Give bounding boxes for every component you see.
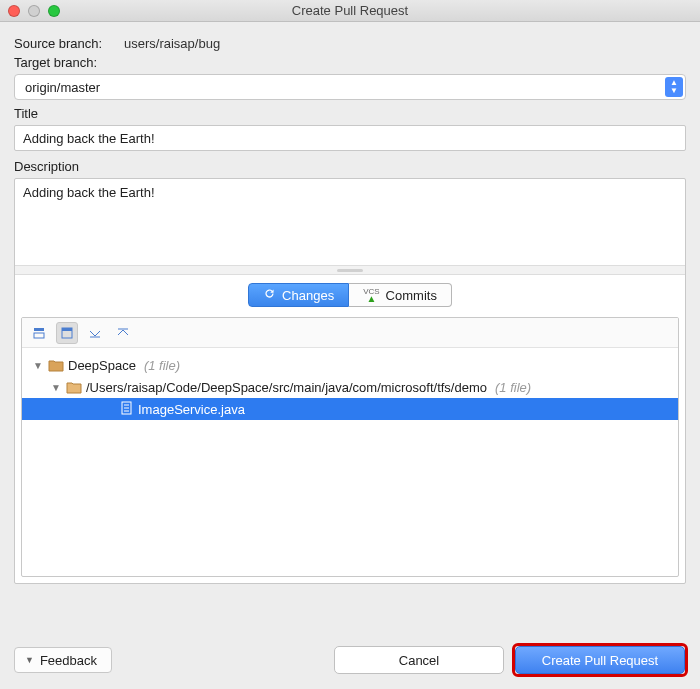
changes-toolbar (22, 318, 678, 348)
source-branch-value: users/raisap/bug (124, 36, 220, 51)
refresh-icon (263, 287, 276, 303)
description-value: Adding back the Earth! (23, 185, 155, 200)
title-label: Title (14, 106, 38, 121)
expand-all-icon[interactable] (84, 322, 106, 344)
description-input[interactable]: Adding back the Earth! (15, 179, 685, 265)
changes-panel: Changes VCS ▲ Commits (15, 275, 685, 583)
folder-icon (48, 359, 64, 372)
target-branch-label-row: Target branch: (14, 55, 686, 70)
feedback-label: Feedback (40, 653, 97, 668)
create-pull-request-button[interactable]: Create Pull Request (515, 646, 685, 674)
tree-path[interactable]: ▼ /Users/raisap/Code/DeepSpace/src/main/… (28, 376, 672, 398)
tree-root-count: (1 file) (144, 358, 180, 373)
chevron-down-icon: ▼ (50, 382, 62, 393)
arrow-up-icon: ▲ (366, 295, 376, 303)
collapse-all-icon[interactable] (112, 322, 134, 344)
footer: ▼ Feedback Cancel Create Pull Request (0, 633, 700, 689)
changes-box: ▼ DeepSpace (1 file) ▼ /Users/raisap/Cod… (21, 317, 679, 577)
tree-file-selected[interactable]: ImageService.java (22, 398, 678, 420)
title-input[interactable]: Adding back the Earth! (14, 125, 686, 151)
folder-icon (66, 381, 82, 394)
tab-commits[interactable]: VCS ▲ Commits (349, 283, 452, 307)
cancel-button[interactable]: Cancel (334, 646, 504, 674)
tab-commits-label: Commits (386, 288, 437, 303)
changes-commits-tabs: Changes VCS ▲ Commits (21, 283, 679, 307)
tree-path-label: /Users/raisap/Code/DeepSpace/src/main/ja… (86, 380, 487, 395)
svg-rect-0 (34, 328, 44, 331)
description-area: Adding back the Earth! Changes VCS ▲ Com… (14, 178, 686, 584)
flatten-icon[interactable] (56, 322, 78, 344)
tree-path-count: (1 file) (495, 380, 531, 395)
chevron-down-icon: ▼ (25, 655, 34, 665)
cancel-label: Cancel (399, 653, 439, 668)
group-by-icon[interactable] (28, 322, 50, 344)
svg-rect-3 (62, 328, 72, 331)
feedback-button[interactable]: ▼ Feedback (14, 647, 112, 673)
changes-tree[interactable]: ▼ DeepSpace (1 file) ▼ /Users/raisap/Cod… (22, 348, 678, 426)
svg-rect-1 (34, 333, 44, 338)
title-label-row: Title (14, 106, 686, 121)
source-branch-label: Source branch: (14, 36, 124, 51)
title-input-value: Adding back the Earth! (23, 131, 155, 146)
titlebar: Create Pull Request (0, 0, 700, 22)
window-title: Create Pull Request (0, 3, 700, 18)
description-label: Description (14, 159, 79, 174)
chevron-down-icon: ▼ (32, 360, 44, 371)
target-branch-label: Target branch: (14, 55, 97, 70)
tab-changes[interactable]: Changes (248, 283, 349, 307)
description-label-row: Description (14, 159, 686, 174)
chevron-updown-icon: ▲▼ (665, 77, 683, 97)
splitter-handle[interactable] (15, 265, 685, 275)
create-pr-label: Create Pull Request (542, 653, 658, 668)
target-branch-select[interactable]: origin/master ▲▼ (14, 74, 686, 100)
create-pr-highlight: Create Pull Request (514, 645, 686, 675)
tree-root[interactable]: ▼ DeepSpace (1 file) (28, 354, 672, 376)
tab-changes-label: Changes (282, 288, 334, 303)
source-branch-row: Source branch: users/raisap/bug (14, 36, 686, 51)
tree-file-label: ImageService.java (138, 402, 245, 417)
tree-root-label: DeepSpace (68, 358, 136, 373)
file-icon (120, 401, 134, 418)
target-branch-value: origin/master (25, 80, 100, 95)
